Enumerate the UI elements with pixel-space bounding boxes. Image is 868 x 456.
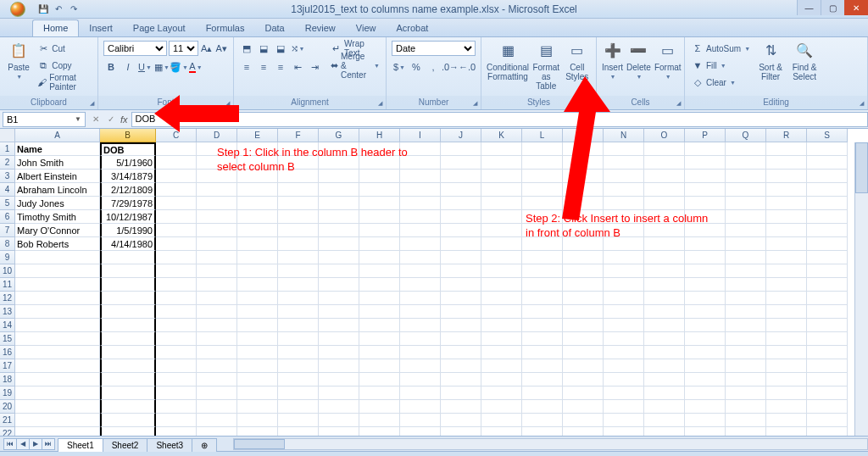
cell-J3[interactable] xyxy=(441,170,481,183)
row-header-19[interactable]: 19 xyxy=(0,386,15,400)
sheet-nav-prev[interactable]: ◀ xyxy=(16,438,30,450)
formula-input[interactable]: DOB xyxy=(131,112,868,127)
cell-E22[interactable] xyxy=(237,427,278,436)
cell-S12[interactable] xyxy=(807,292,848,305)
cell-O10[interactable] xyxy=(644,264,685,278)
cell-J5[interactable] xyxy=(441,197,481,210)
cell-A16[interactable] xyxy=(15,346,100,359)
new-sheet-button[interactable]: ⊕ xyxy=(192,438,217,452)
row-header-11[interactable]: 11 xyxy=(0,278,15,292)
cell-G16[interactable] xyxy=(319,346,359,359)
cell-F17[interactable] xyxy=(278,359,319,373)
cell-K7[interactable] xyxy=(481,224,522,237)
clear-button[interactable]: ◇Clear▼ xyxy=(690,75,752,90)
cell-N2[interactable] xyxy=(604,156,644,170)
format-painter-button[interactable]: 🖌Format Painter xyxy=(36,75,92,90)
cell-B3[interactable]: 3/14/1879 xyxy=(100,170,156,183)
column-header-P[interactable]: P xyxy=(685,129,726,142)
sheet-nav-next[interactable]: ▶ xyxy=(29,438,42,450)
increase-indent-button[interactable]: ⇥ xyxy=(307,59,322,75)
fx-icon[interactable]: fx xyxy=(120,114,128,125)
cell-K16[interactable] xyxy=(481,346,522,359)
cell-O9[interactable] xyxy=(644,251,685,264)
cells-area[interactable]: NameDOBJohn Smith5/1/1960Albert Einstein… xyxy=(15,142,868,436)
cut-button[interactable]: ✂Cut xyxy=(36,41,92,56)
format-as-table-button[interactable]: ▤Format as Table xyxy=(532,41,560,91)
cell-C15[interactable] xyxy=(156,332,197,346)
cell-H19[interactable] xyxy=(359,386,400,400)
cell-K13[interactable] xyxy=(481,305,522,319)
cell-C21[interactable] xyxy=(156,414,197,427)
cell-E11[interactable] xyxy=(237,278,278,292)
cell-A9[interactable] xyxy=(15,251,100,264)
cell-K8[interactable] xyxy=(481,237,522,251)
cell-K18[interactable] xyxy=(481,373,522,386)
column-header-C[interactable]: C xyxy=(156,129,197,142)
shrink-font-button[interactable]: A▾ xyxy=(214,41,228,56)
cell-R21[interactable] xyxy=(766,414,807,427)
cell-J9[interactable] xyxy=(441,251,481,264)
cell-O3[interactable] xyxy=(644,170,685,183)
cell-J2[interactable] xyxy=(441,156,481,170)
cell-E5[interactable] xyxy=(237,197,278,210)
cell-S1[interactable] xyxy=(807,142,848,156)
cell-B17[interactable] xyxy=(100,359,156,373)
cell-N9[interactable] xyxy=(604,251,644,264)
cell-E15[interactable] xyxy=(237,332,278,346)
cell-H14[interactable] xyxy=(359,319,400,332)
cell-N15[interactable] xyxy=(604,332,644,346)
cell-D4[interactable] xyxy=(197,183,237,197)
column-header-J[interactable]: J xyxy=(441,129,481,142)
cell-B19[interactable] xyxy=(100,386,156,400)
cell-P12[interactable] xyxy=(685,292,726,305)
cell-I4[interactable] xyxy=(400,183,441,197)
number-format-select[interactable]: Date xyxy=(392,41,476,56)
cell-S10[interactable] xyxy=(807,264,848,278)
cell-S8[interactable] xyxy=(807,237,848,251)
cell-F12[interactable] xyxy=(278,292,319,305)
cell-E8[interactable] xyxy=(237,237,278,251)
increase-decimal-button[interactable]: .0→ xyxy=(442,59,458,75)
cell-Q3[interactable] xyxy=(726,170,766,183)
cell-M14[interactable] xyxy=(563,319,604,332)
cell-R22[interactable] xyxy=(766,427,807,436)
cell-H4[interactable] xyxy=(359,183,400,197)
cell-B5[interactable]: 7/29/1978 xyxy=(100,197,156,210)
cell-C19[interactable] xyxy=(156,386,197,400)
cell-P15[interactable] xyxy=(685,332,726,346)
cell-H20[interactable] xyxy=(359,400,400,414)
copy-button[interactable]: ⧉Copy xyxy=(36,58,92,73)
cell-J1[interactable] xyxy=(441,142,481,156)
cell-F7[interactable] xyxy=(278,224,319,237)
cell-G6[interactable] xyxy=(319,210,359,224)
cell-A18[interactable] xyxy=(15,373,100,386)
cell-R20[interactable] xyxy=(766,400,807,414)
cell-L16[interactable] xyxy=(522,346,563,359)
column-header-B[interactable]: B xyxy=(100,129,156,142)
cell-S6[interactable] xyxy=(807,210,848,224)
cell-C17[interactable] xyxy=(156,359,197,373)
cell-M21[interactable] xyxy=(563,414,604,427)
cell-O1[interactable] xyxy=(644,142,685,156)
cell-M15[interactable] xyxy=(563,332,604,346)
cell-O2[interactable] xyxy=(644,156,685,170)
cell-J20[interactable] xyxy=(441,400,481,414)
cell-L22[interactable] xyxy=(522,427,563,436)
row-header-4[interactable]: 4 xyxy=(0,183,15,197)
cell-Q15[interactable] xyxy=(726,332,766,346)
cancel-formula-button[interactable]: ✕ xyxy=(88,112,103,127)
row-header-2[interactable]: 2 xyxy=(0,156,15,170)
cell-H18[interactable] xyxy=(359,373,400,386)
cell-L20[interactable] xyxy=(522,400,563,414)
cell-F21[interactable] xyxy=(278,414,319,427)
cell-M12[interactable] xyxy=(563,292,604,305)
column-header-R[interactable]: R xyxy=(766,129,807,142)
cell-K22[interactable] xyxy=(481,427,522,436)
cell-J22[interactable] xyxy=(441,427,481,436)
cell-H16[interactable] xyxy=(359,346,400,359)
cell-F5[interactable] xyxy=(278,197,319,210)
italic-button[interactable]: I xyxy=(120,59,136,75)
cell-G18[interactable] xyxy=(319,373,359,386)
cell-M11[interactable] xyxy=(563,278,604,292)
cell-I16[interactable] xyxy=(400,346,441,359)
